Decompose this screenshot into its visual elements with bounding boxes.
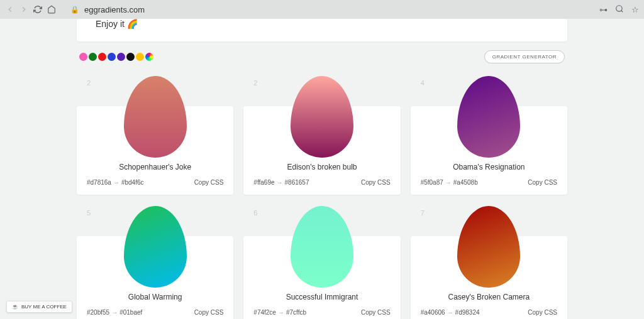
home-icon[interactable] [47, 4, 57, 14]
arrow-icon: → [113, 179, 119, 186]
filter-dot[interactable] [89, 53, 97, 61]
back-icon[interactable] [5, 4, 15, 14]
svg-point-0 [616, 5, 622, 11]
hex-codes: #5f0a87→#a4508b [421, 179, 478, 186]
card-footer: #d7816a→#bd4f6cCopy CSS [87, 179, 223, 186]
egg-wrap: 7 [421, 206, 557, 288]
egg-gradient [457, 76, 520, 158]
gradient-card[interactable]: 2Edison's broken bulb#ffa69e→#861657Copy… [243, 106, 400, 195]
egg-wrap: 4 [421, 76, 557, 158]
card-number: 6 [253, 209, 257, 217]
buy-coffee-button[interactable]: ☕ BUY ME A COFFEE [6, 301, 72, 313]
gradient-card[interactable]: 2Schopenhauer's Joke#d7816a→#bd4f6cCopy … [77, 106, 233, 195]
egg-wrap: 5 [87, 206, 223, 288]
egg-wrap: 6 [253, 206, 390, 288]
color-filter-dots [79, 53, 153, 61]
intro-line: Enjoy it [96, 19, 125, 29]
rainbow-emoji: 🌈 [127, 19, 138, 29]
card-number: 7 [421, 209, 425, 217]
nav-buttons [5, 4, 57, 14]
star-icon[interactable]: ☆ [631, 5, 639, 14]
egg-gradient [291, 76, 353, 158]
copy-css-button[interactable]: Copy CSS [194, 309, 224, 316]
coffee-label: BUY ME A COFFEE [21, 304, 67, 310]
lock-icon: 🔒 [70, 6, 79, 14]
filter-dot[interactable] [108, 53, 116, 61]
copy-css-button[interactable]: Copy CSS [361, 309, 391, 316]
zoom-icon[interactable] [615, 4, 624, 15]
hex-to: #bd4f6c [121, 179, 144, 186]
egg-gradient [124, 206, 187, 288]
card-number: 2 [87, 79, 91, 87]
scroll-area[interactable]: Enjoy it 🌈 GRADIENT GENERATOR 2Schopenha… [0, 19, 644, 319]
egg-gradient [124, 76, 187, 158]
arrow-icon: → [278, 309, 284, 316]
card-title: Successful Immigrant [253, 293, 390, 301]
card-footer: #a40606→#d98324Copy CSS [421, 309, 557, 316]
arrow-icon: → [447, 309, 453, 316]
hex-from: #d7816a [87, 179, 111, 186]
gradient-card[interactable]: 6Successful Immigrant#74f2ce→#7cffcbCopy… [243, 236, 400, 319]
filter-dot[interactable] [79, 53, 87, 61]
coffee-icon: ☕ [12, 304, 18, 310]
url-bar[interactable]: 🔒 eggradients.com [64, 3, 592, 16]
card-footer: #5f0a87→#a4508bCopy CSS [421, 179, 557, 186]
gradient-card[interactable]: 4Obama's Resignation#5f0a87→#a4508bCopy … [411, 106, 567, 195]
card-number: 4 [421, 79, 425, 87]
hex-from: #74f2ce [253, 309, 276, 316]
hex-to: #a4508b [453, 179, 478, 186]
card-footer: #20bf55→#01baefCopy CSS [87, 309, 223, 316]
card-title: Global Warming [87, 293, 223, 301]
hex-codes: #d7816a→#bd4f6c [87, 179, 144, 186]
card-title: Obama's Resignation [421, 163, 557, 171]
gradient-card[interactable]: 7Casey's Broken Camera#a40606→#d98324Cop… [411, 236, 567, 319]
filter-dot[interactable] [126, 53, 135, 61]
filter-dot[interactable] [145, 53, 153, 61]
hex-to: #d98324 [455, 309, 480, 316]
gradient-grid: 2Schopenhauer's Joke#d7816a→#bd4f6cCopy … [77, 75, 567, 319]
hex-from: #a40606 [421, 309, 445, 316]
hex-codes: #a40606→#d98324 [421, 309, 480, 316]
hex-codes: #74f2ce→#7cffcb [253, 309, 306, 316]
intro-card: Enjoy it 🌈 [77, 19, 567, 41]
hex-codes: #ffa69e→#861657 [253, 179, 309, 186]
arrow-icon: → [445, 179, 452, 186]
hex-to: #861657 [285, 179, 309, 186]
hex-from: #5f0a87 [421, 179, 443, 186]
reload-icon[interactable] [33, 4, 43, 14]
viewport: Enjoy it 🌈 GRADIENT GENERATOR 2Schopenha… [0, 19, 644, 319]
chrome-right: ⊶ ☆ [599, 4, 639, 15]
egg-wrap: 2 [253, 76, 390, 158]
hex-from: #ffa69e [253, 179, 274, 186]
card-title: Casey's Broken Camera [421, 293, 557, 301]
browser-chrome: 🔒 eggradients.com ⊶ ☆ [0, 0, 644, 19]
copy-css-button[interactable]: Copy CSS [528, 179, 557, 186]
filter-dot[interactable] [136, 53, 144, 61]
hex-from: #20bf55 [87, 309, 109, 316]
hex-to: #7cffcb [286, 309, 306, 316]
arrow-icon: → [111, 309, 118, 316]
arrow-icon: → [277, 179, 283, 186]
card-footer: #74f2ce→#7cffcbCopy CSS [253, 309, 390, 316]
copy-css-button[interactable]: Copy CSS [528, 309, 557, 316]
key-icon[interactable]: ⊶ [599, 5, 608, 14]
gradient-generator-button[interactable]: GRADIENT GENERATOR [484, 50, 565, 63]
gradient-card[interactable]: 5Global Warming#20bf55→#01baefCopy CSS [77, 236, 233, 319]
egg-wrap: 2 [87, 76, 223, 158]
egg-gradient [291, 206, 353, 288]
forward-icon[interactable] [19, 4, 29, 14]
filter-dot[interactable] [117, 53, 125, 61]
hex-codes: #20bf55→#01baef [87, 309, 142, 316]
copy-css-button[interactable]: Copy CSS [361, 179, 391, 186]
card-title: Edison's broken bulb [253, 163, 390, 171]
card-footer: #ffa69e→#861657Copy CSS [253, 179, 390, 186]
filter-dot[interactable] [98, 53, 106, 61]
card-number: 2 [253, 79, 257, 87]
copy-css-button[interactable]: Copy CSS [194, 179, 224, 186]
content: Enjoy it 🌈 GRADIENT GENERATOR 2Schopenha… [77, 19, 567, 319]
card-title: Schopenhauer's Joke [87, 163, 223, 171]
egg-gradient [457, 206, 520, 288]
filter-row: GRADIENT GENERATOR [77, 50, 567, 63]
hex-to: #01baef [119, 309, 142, 316]
card-number: 5 [87, 209, 91, 217]
